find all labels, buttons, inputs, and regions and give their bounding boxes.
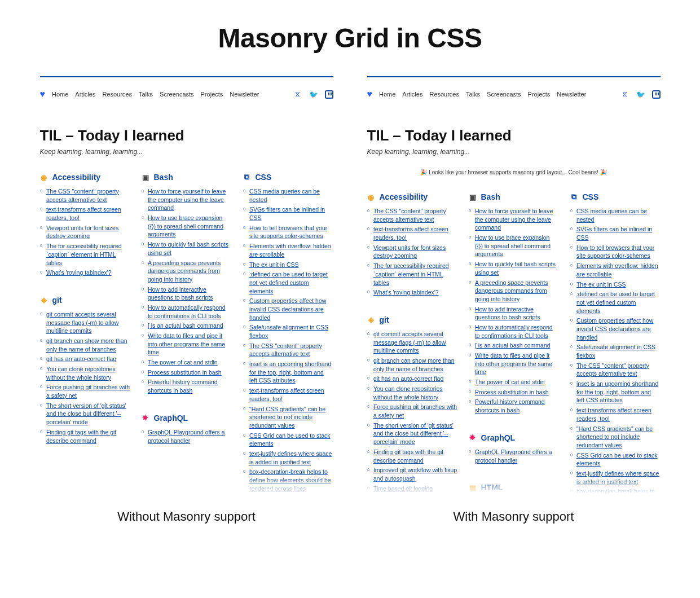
link[interactable]: Finding git tags with the git describe c… (46, 428, 130, 445)
link[interactable]: GraphQL Playground offers a protocol han… (148, 428, 232, 445)
link[interactable]: Process substitution in bash (475, 388, 549, 397)
link[interactable]: The power of cat and stdin (148, 358, 218, 367)
rss-icon[interactable]: ⧖ (622, 90, 627, 99)
link[interactable]: git commit accepts several message flags… (46, 310, 130, 335)
nav-item[interactable]: Talks (466, 91, 480, 98)
link[interactable]: [ is an actual bash command (475, 341, 551, 350)
link[interactable]: A preceding space prevents dangerous com… (148, 259, 232, 284)
link[interactable]: How to tell browsers that your site supp… (249, 224, 333, 240)
link[interactable]: inset is an upcoming shorthand for the t… (249, 360, 333, 385)
link[interactable]: The short version of 'git status' and th… (373, 421, 457, 446)
link[interactable]: Custom properties affect how invalid CSS… (249, 297, 333, 322)
link[interactable]: text-transforms affect screen readers, t… (576, 406, 661, 423)
link[interactable]: You can clone repositories without the w… (46, 365, 130, 381)
nav-item[interactable]: Newsletter (557, 91, 586, 98)
link[interactable]: How to add interactive questions to bash… (475, 305, 559, 322)
link[interactable]: What's 'roving tabindex'? (46, 269, 112, 277)
nav-item[interactable]: Home (52, 91, 68, 98)
link[interactable]: box-decoration-break helps to define how… (576, 487, 661, 494)
link[interactable]: The power of cat and stdin (475, 378, 545, 386)
link[interactable]: Elements with overflow: hidden are scrol… (576, 262, 661, 278)
nav-item[interactable]: Articles (402, 91, 422, 98)
link[interactable]: Safe/unsafe alignment in CSS flexbox (576, 343, 661, 359)
link[interactable]: Powerful history command shortcuts in ba… (475, 398, 559, 414)
nav-item[interactable]: Screencasts (487, 91, 521, 98)
nav-item[interactable]: Projects (201, 91, 223, 98)
link[interactable]: The ex unit in CSS (249, 261, 299, 269)
link[interactable]: The CSS "content" property accepts alter… (373, 207, 457, 223)
link[interactable]: text-justify defines where space is adde… (576, 469, 661, 486)
link[interactable]: How to tell browsers that your site supp… (576, 244, 661, 260)
nav-item[interactable]: Screencasts (160, 91, 194, 98)
link[interactable]: git commit accepts several message flags… (373, 330, 457, 355)
link[interactable]: :defined can be used to target not yet d… (576, 290, 661, 315)
link[interactable]: The CSS "content" property accepts alter… (249, 342, 333, 358)
link[interactable]: How to automatically respond to confirma… (148, 304, 232, 320)
link[interactable]: [ is an actual bash command (148, 322, 223, 330)
link[interactable]: "Hard CSS gradients" can be shortened to… (576, 425, 661, 450)
link[interactable]: SVGs filters can be inlined in CSS (576, 225, 661, 241)
link[interactable]: Write data to files and pipe it into oth… (148, 332, 232, 357)
link[interactable]: CSS media queries can be nested (249, 187, 333, 204)
link[interactable]: The ex unit in CSS (576, 280, 626, 289)
link[interactable]: git branch can show more than only the n… (373, 357, 457, 373)
link[interactable]: git has an auto-correct flag (373, 375, 443, 383)
link[interactable]: SVGs filters can be inlined in CSS (249, 205, 333, 222)
link[interactable]: git branch can show more than only the n… (46, 337, 130, 353)
link[interactable]: You can clone repositories without the w… (373, 385, 457, 401)
link[interactable]: The short version of 'git status' and th… (46, 402, 130, 426)
link[interactable]: The for accessibility required `caption`… (373, 262, 457, 287)
link[interactable]: The CSS "content" property accepts alter… (46, 187, 130, 204)
nav-item[interactable]: Newsletter (230, 91, 259, 98)
link[interactable]: "Hard CSS gradients" can be shortened to… (249, 405, 333, 430)
twitch-icon[interactable] (325, 90, 333, 99)
link[interactable]: Process substitution in bash (148, 368, 222, 377)
twitter-icon[interactable]: 🐦 (636, 90, 645, 99)
link[interactable]: Elements with overflow: hidden are scrol… (249, 242, 333, 258)
link[interactable]: box-decoration-break helps to define how… (249, 468, 333, 493)
twitch-icon[interactable] (652, 90, 661, 99)
link[interactable]: Time based git logging (373, 485, 433, 493)
link[interactable]: Viewport units for font sizes destroy zo… (373, 244, 457, 260)
link[interactable]: How to force yourself to leave the compu… (148, 187, 232, 212)
link[interactable]: How to quickly fail bash scripts using s… (475, 260, 559, 276)
link[interactable]: CSS Grid can be used to stack elements (249, 432, 333, 448)
link[interactable]: GraphQL Playground offers a protocol han… (475, 448, 559, 464)
link[interactable]: CSS Grid can be used to stack elements (576, 451, 661, 468)
link[interactable]: Safe/unsafe alignment in CSS flexbox (249, 323, 333, 340)
link[interactable]: Improved git workflow with fixup and aut… (373, 466, 457, 482)
link[interactable]: text-justify defines where space is adde… (249, 450, 333, 466)
nav-item[interactable]: Resources (429, 91, 459, 98)
link[interactable]: How to add interactive questions to bash… (148, 285, 232, 302)
link[interactable]: Powerful history command shortcuts in ba… (148, 378, 232, 394)
link[interactable]: :defined can be used to target not yet d… (249, 270, 333, 295)
link[interactable]: CSS media queries can be nested (576, 207, 661, 223)
link[interactable]: git has an auto-correct flag (46, 355, 116, 363)
link[interactable]: How to force yourself to leave the compu… (475, 207, 559, 232)
nav-item[interactable]: Resources (102, 91, 132, 98)
link[interactable]: How to use brace expansion ({}) to sprea… (475, 234, 559, 258)
link[interactable]: The for accessibility required `caption`… (46, 242, 130, 267)
link[interactable]: How to use brace expansion ({}) to sprea… (148, 214, 232, 239)
link[interactable]: Force pushing git branches with a safety… (46, 383, 130, 399)
twitter-icon[interactable]: 🐦 (309, 90, 318, 99)
link[interactable]: How to quickly fail bash scripts using s… (148, 240, 232, 257)
link[interactable]: inset is an upcoming shorthand for the t… (576, 380, 661, 404)
nav-item[interactable]: Talks (139, 91, 153, 98)
link[interactable]: Finding git tags with the git describe c… (373, 448, 457, 464)
link[interactable]: How to automatically respond to confirma… (475, 323, 559, 340)
link[interactable]: Write data to files and pipe it into oth… (475, 351, 559, 376)
link[interactable]: Custom properties affect how invalid CSS… (576, 316, 661, 341)
link[interactable]: What's 'roving tabindex'? (373, 288, 439, 297)
nav-item[interactable]: Projects (528, 91, 551, 98)
heart-icon[interactable]: ♥ (367, 89, 373, 99)
rss-icon[interactable]: ⧖ (295, 90, 300, 99)
nav-item[interactable]: Home (379, 91, 395, 98)
nav-item[interactable]: Articles (75, 91, 95, 98)
heart-icon[interactable]: ♥ (40, 89, 46, 99)
link[interactable]: The CSS "content" property accepts alter… (576, 362, 661, 378)
link[interactable]: A preceding space prevents dangerous com… (475, 279, 559, 304)
link[interactable]: text-transforms affect screen readers, t… (373, 225, 457, 241)
link[interactable]: text-transforms affect screen readers, t… (46, 205, 130, 222)
link[interactable]: text-transforms affect screen readers, t… (249, 386, 333, 403)
